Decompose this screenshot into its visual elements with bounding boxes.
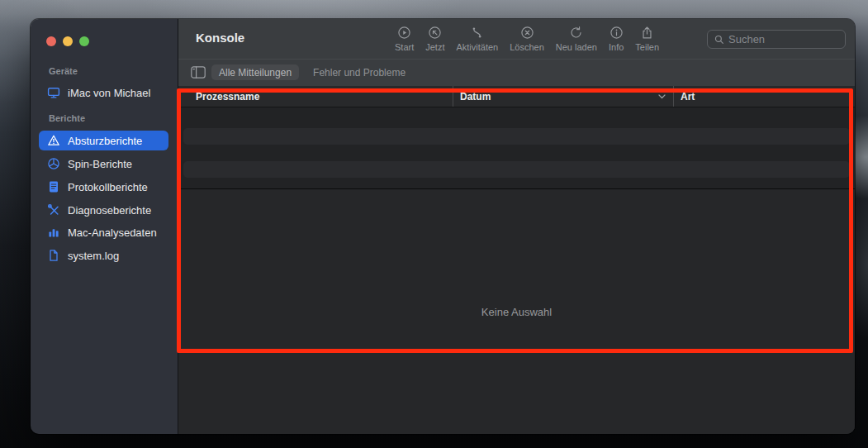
chevron-down-icon (658, 94, 666, 99)
toolbar-button-label: Teilen (635, 42, 659, 52)
search-icon (714, 35, 724, 45)
bar-chart-icon (47, 226, 60, 239)
x-circle-icon (519, 25, 534, 40)
window-title: Konsole (196, 31, 244, 45)
column-header-datum[interactable]: Datum (453, 86, 673, 107)
start-button[interactable]: Start (389, 23, 420, 54)
table-row (183, 161, 850, 178)
sidebar: Geräte iMac von Michael Berichte (31, 19, 178, 434)
play-circle-icon (397, 25, 412, 40)
document-icon (47, 180, 60, 193)
share-icon (640, 25, 655, 40)
search-input[interactable] (728, 33, 838, 45)
column-header-prozessname[interactable]: Prozessname (178, 86, 453, 107)
info-circle-icon (609, 25, 624, 40)
filter-tabs: Alle Mitteilungen Fehler und Probleme (211, 64, 413, 80)
toolbar: Konsole Start (178, 19, 855, 86)
sidebar-item-imac[interactable]: iMac von Michael (39, 83, 168, 102)
toolbar-buttons: Start Jetzt (389, 23, 665, 54)
main-area: Konsole Start (178, 19, 855, 434)
reload-icon (569, 25, 584, 40)
toolbar-button-label: Löschen (510, 42, 544, 52)
traffic-lights (46, 36, 89, 46)
tab-label: Fehler und Probleme (313, 67, 406, 79)
file-icon (47, 249, 60, 262)
detail-pane: Keine Auswahl (178, 189, 855, 434)
display-icon (47, 86, 60, 99)
spin-icon (47, 157, 60, 170)
teilen-button[interactable]: Teilen (629, 23, 665, 54)
table-row (183, 128, 850, 145)
zoom-button[interactable] (79, 36, 89, 46)
search-field[interactable] (707, 30, 846, 49)
sidebar-item-label: system.log (68, 250, 119, 262)
sidebar-item-label: Protokollberichte (68, 181, 148, 193)
konsole-window: Geräte iMac von Michael Berichte (31, 19, 855, 434)
minimize-button[interactable] (63, 36, 73, 46)
toolbar-button-label: Info (609, 42, 624, 52)
sidebar-item-label: Absturzberichte (68, 135, 142, 147)
aktivitaeten-button[interactable]: Aktivitäten (450, 23, 504, 54)
table-body[interactable] (178, 107, 855, 188)
sidebar-item-log-reports[interactable]: Protokollberichte (39, 177, 168, 197)
close-button[interactable] (46, 36, 56, 46)
tab-errors-and-faults[interactable]: Fehler und Probleme (306, 64, 413, 80)
info-button[interactable]: Info (603, 23, 629, 54)
sidebar-item-diagnostic-reports[interactable]: Diagnoseberichte (39, 200, 168, 220)
activity-path-icon (470, 25, 485, 40)
sidebar-item-system-log[interactable]: system.log (39, 245, 168, 265)
table-header: Prozessname Datum Art (178, 86, 855, 107)
sidebar-toggle-icon[interactable] (191, 66, 206, 79)
tools-icon (47, 203, 60, 217)
sidebar-section-reports: Berichte (49, 113, 85, 123)
tab-all-messages[interactable]: Alle Mitteilungen (211, 64, 299, 80)
no-selection-text: Keine Auswahl (481, 306, 552, 318)
title-row: Konsole Start (178, 19, 855, 60)
toolbar-button-label: Start (395, 42, 414, 52)
sidebar-item-label: iMac von Michael (68, 87, 150, 99)
filter-bar: Alle Mitteilungen Fehler und Probleme (178, 60, 855, 85)
sidebar-item-spin-reports[interactable]: Spin-Berichte (39, 154, 168, 174)
column-header-art[interactable]: Art (673, 86, 855, 107)
sidebar-item-label: Mac-Analysedaten (68, 226, 157, 239)
toolbar-button-label: Aktivitäten (456, 42, 498, 52)
sidebar-item-crash-reports[interactable]: Absturzberichte (39, 131, 168, 150)
warning-triangle-icon (47, 134, 60, 147)
jetzt-button[interactable]: Jetzt (420, 23, 450, 54)
content-area: Prozessname Datum Art (178, 86, 855, 434)
sidebar-item-label: Spin-Berichte (68, 158, 132, 170)
sidebar-item-mac-analytics[interactable]: Mac-Analysedaten (39, 222, 168, 242)
neu-laden-button[interactable]: Neu laden (550, 23, 603, 54)
toolbar-button-label: Neu laden (556, 42, 597, 52)
loeschen-button[interactable]: Löschen (504, 23, 550, 54)
sidebar-section-devices: Geräte (49, 66, 78, 76)
toolbar-button-label: Jetzt (425, 42, 444, 52)
arrow-up-left-circle-icon (428, 25, 443, 40)
tab-label: Alle Mitteilungen (219, 67, 292, 79)
desktop-wallpaper: Geräte iMac von Michael Berichte (0, 0, 868, 448)
sidebar-item-label: Diagnoseberichte (68, 204, 151, 217)
